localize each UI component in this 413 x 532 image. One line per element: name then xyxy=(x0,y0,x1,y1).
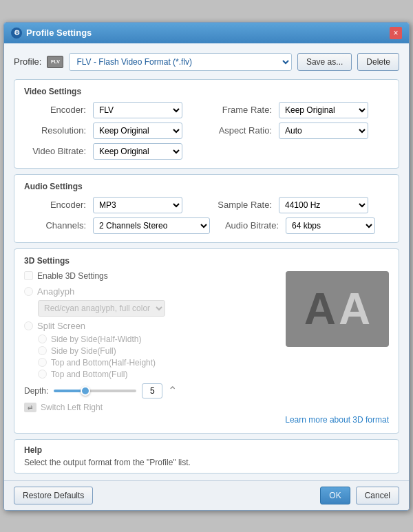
anaglyph-radio[interactable] xyxy=(24,287,33,296)
switch-icon: ⇄ xyxy=(24,403,36,412)
threed-settings-section: 3D Settings Enable 3D Settings Anaglyph xyxy=(14,248,399,434)
split-screen-row: Split Screen xyxy=(24,321,279,331)
restore-defaults-button[interactable]: Restore Defaults xyxy=(14,487,93,504)
top-bottom-half-item: Top and Bottom(Half-Height) xyxy=(38,358,279,368)
bottom-row-3d: Learn more about 3D format xyxy=(24,415,389,425)
depth-slider[interactable] xyxy=(54,390,136,392)
channels-select[interactable]: 2 Channels Stereo xyxy=(93,217,210,234)
top-bottom-half-radio[interactable] xyxy=(38,358,47,367)
preview-a-right: A xyxy=(339,287,370,331)
encoder-label: Encoder: xyxy=(24,105,86,115)
preview-aa: A A xyxy=(304,287,370,331)
audio-bitrate-select[interactable]: 64 kbps xyxy=(286,217,375,234)
close-button[interactable]: × xyxy=(390,27,402,39)
encoder-field: Encoder: FLV xyxy=(24,102,203,118)
window-title: Profile Settings xyxy=(26,28,92,38)
depth-spinner[interactable]: ⌃ xyxy=(168,384,177,397)
resolution-field: Resolution: Keep Original xyxy=(24,123,203,139)
depth-slider-thumb xyxy=(81,386,90,396)
side-by-side-half-item: Side by Side(Half-Width) xyxy=(38,334,279,344)
encoder-select[interactable]: FLV xyxy=(93,102,182,118)
side-by-side-half-label: Side by Side(Half-Width) xyxy=(51,334,141,344)
anaglyph-row: Anaglyph xyxy=(24,286,279,297)
resolution-label: Resolution: xyxy=(24,125,86,136)
depth-value: 5 xyxy=(142,383,162,398)
learn-more-link[interactable]: Learn more about 3D format xyxy=(285,415,389,425)
side-by-side-half-radio[interactable] xyxy=(38,334,47,343)
video-settings-section: Video Settings Encoder: FLV Frame Rate: … xyxy=(14,79,399,169)
top-bottom-full-item: Top and Bottom(Full) xyxy=(38,370,279,379)
split-screen-label: Split Screen xyxy=(37,321,85,331)
title-bar: ⚙ Profile Settings × xyxy=(4,23,409,43)
audio-bitrate-label: Audio Bitrate: xyxy=(217,220,279,231)
video-bitrate-select[interactable]: Keep Original xyxy=(93,143,182,160)
help-text: Select the output format from the "Profi… xyxy=(24,458,389,467)
audio-bitrate-field: Audio Bitrate: 64 kbps xyxy=(217,217,389,234)
audio-encoder-select[interactable]: MP3 xyxy=(93,197,182,213)
video-bitrate-row: Video Bitrate: Keep Original xyxy=(24,143,389,160)
sample-rate-label: Sample Rate: xyxy=(210,200,272,210)
aspect-ratio-field: Aspect Ratio: Auto xyxy=(210,123,389,139)
save-as-button[interactable]: Save as... xyxy=(297,53,352,71)
frame-rate-field: Frame Rate: Keep Original xyxy=(210,102,389,118)
top-bottom-full-radio[interactable] xyxy=(38,370,47,379)
threed-settings-left: Enable 3D Settings Anaglyph Red/cyan ana… xyxy=(24,271,279,412)
video-bitrate-label: Video Bitrate: xyxy=(24,146,86,156)
enable-3d-row: Enable 3D Settings xyxy=(24,271,279,281)
audio-encoder-label: Encoder: xyxy=(24,200,86,210)
channels-label: Channels: xyxy=(24,220,86,231)
anaglyph-select[interactable]: Red/cyan anaglyph, full color xyxy=(38,300,165,317)
profile-select[interactable]: FLV - Flash Video Format (*.flv) xyxy=(69,53,291,71)
audio-row1: Encoder: MP3 Sample Rate: 44100 Hz xyxy=(24,197,389,213)
audio-encoder-field: Encoder: MP3 xyxy=(24,197,203,213)
profile-settings-window: ⚙ Profile Settings × Profile: FLV FLV - … xyxy=(3,22,410,511)
main-content: Profile: FLV FLV - Flash Video Format (*… xyxy=(4,43,409,480)
side-by-side-full-radio[interactable] xyxy=(38,346,47,355)
audio-settings-title: Audio Settings xyxy=(24,182,389,191)
preview-a-left: A xyxy=(304,287,336,331)
switch-left-right-label: Switch Left Right xyxy=(41,403,103,412)
cancel-button[interactable]: Cancel xyxy=(356,487,399,504)
top-bottom-half-label: Top and Bottom(Half-Height) xyxy=(51,358,156,368)
side-by-side-full-label: Side by Side(Full) xyxy=(51,346,116,356)
enable-3d-label: Enable 3D Settings xyxy=(37,271,108,281)
profile-row: Profile: FLV FLV - Flash Video Format (*… xyxy=(14,50,399,74)
split-screen-radio[interactable] xyxy=(24,321,33,330)
delete-button[interactable]: Delete xyxy=(357,53,399,71)
enable-3d-checkbox[interactable] xyxy=(24,271,33,280)
profile-label: Profile: xyxy=(14,56,41,67)
footer: Restore Defaults OK Cancel xyxy=(4,480,409,510)
side-by-side-full-item: Side by Side(Full) xyxy=(38,346,279,356)
app-icon: ⚙ xyxy=(11,28,22,39)
aspect-ratio-select[interactable]: Auto xyxy=(279,123,368,139)
help-section: Help Select the output format from the "… xyxy=(14,439,399,474)
sample-rate-select[interactable]: 44100 Hz xyxy=(279,197,368,213)
video-row2: Resolution: Keep Original Aspect Ratio: … xyxy=(24,123,389,139)
footer-right: OK Cancel xyxy=(320,487,399,504)
threed-settings-title: 3D Settings xyxy=(24,256,389,266)
switch-left-right-row: ⇄ Switch Left Right xyxy=(24,403,279,412)
audio-row2: Channels: 2 Channels Stereo Audio Bitrat… xyxy=(24,217,389,234)
sample-rate-field: Sample Rate: 44100 Hz xyxy=(210,197,389,213)
aspect-ratio-label: Aspect Ratio: xyxy=(210,125,272,136)
preview-box: A A xyxy=(286,271,389,347)
split-screen-options: Side by Side(Half-Width) Side by Side(Fu… xyxy=(38,334,279,379)
frame-rate-select[interactable]: Keep Original xyxy=(279,102,368,118)
top-bottom-full-label: Top and Bottom(Full) xyxy=(51,370,127,379)
depth-label: Depth: xyxy=(24,386,48,396)
audio-settings-section: Audio Settings Encoder: MP3 Sample Rate:… xyxy=(14,174,399,243)
flv-icon: FLV xyxy=(47,56,63,68)
depth-row: Depth: 5 ⌃ xyxy=(24,383,279,398)
video-row1: Encoder: FLV Frame Rate: Keep Original xyxy=(24,102,389,118)
threed-content: Enable 3D Settings Anaglyph Red/cyan ana… xyxy=(24,271,389,412)
anaglyph-label: Anaglyph xyxy=(37,286,74,297)
frame-rate-label: Frame Rate: xyxy=(210,105,272,115)
help-title: Help xyxy=(24,445,389,455)
video-settings-title: Video Settings xyxy=(24,87,389,96)
title-bar-left: ⚙ Profile Settings xyxy=(11,28,92,39)
ok-button[interactable]: OK xyxy=(320,487,350,504)
channels-field: Channels: 2 Channels Stereo xyxy=(24,217,210,234)
resolution-select[interactable]: Keep Original xyxy=(93,123,182,139)
